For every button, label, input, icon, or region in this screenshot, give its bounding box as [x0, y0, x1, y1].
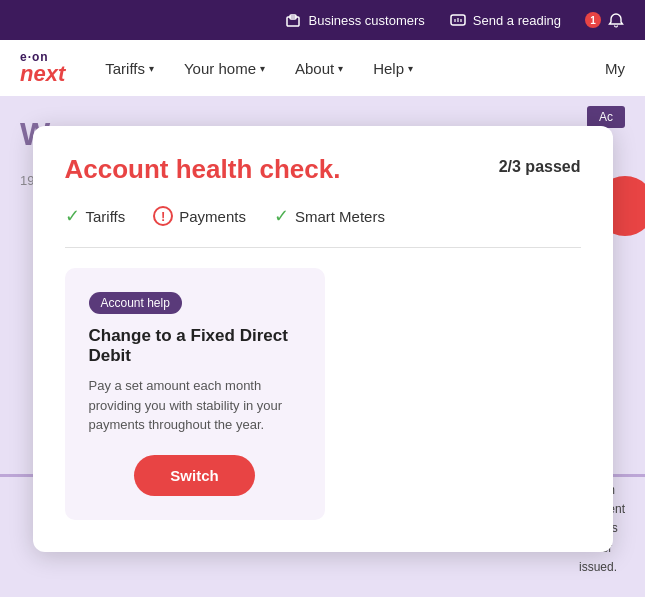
nav-about[interactable]: About ▾ [295, 60, 343, 77]
check-payments-label: Payments [179, 208, 246, 225]
main-header: e·on next Tariffs ▾ Your home ▾ About ▾ … [0, 40, 645, 96]
check-payments: ! Payments [153, 206, 246, 226]
chevron-down-icon: ▾ [149, 63, 154, 74]
switch-button[interactable]: Switch [134, 455, 254, 496]
notification-badge: 1 [585, 12, 601, 28]
send-reading-label: Send a reading [473, 13, 561, 28]
check-pass-icon: ✓ [65, 205, 80, 227]
modal-header: Account health check. 2/3 passed [65, 154, 581, 185]
modal-passed: 2/3 passed [499, 158, 581, 176]
card-title: Change to a Fixed Direct Debit [89, 326, 301, 366]
chevron-down-icon: ▾ [408, 63, 413, 74]
bell-icon [607, 11, 625, 29]
business-customers-label: Business customers [308, 13, 424, 28]
account-health-modal: Account health check. 2/3 passed ✓ Tarif… [33, 126, 613, 552]
chevron-down-icon: ▾ [260, 63, 265, 74]
notification-icon-container[interactable]: 1 [585, 11, 625, 29]
meter-icon [449, 11, 467, 29]
check-smart-meters: ✓ Smart Meters [274, 205, 385, 227]
nav-your-home[interactable]: Your home ▾ [184, 60, 265, 77]
modal-checks: ✓ Tariffs ! Payments ✓ Smart Meters [65, 205, 581, 248]
nav-my-label: My [605, 60, 625, 77]
top-bar: Business customers Send a reading 1 [0, 0, 645, 40]
nav-help[interactable]: Help ▾ [373, 60, 413, 77]
check-tariffs-label: Tariffs [86, 208, 126, 225]
nav-about-label: About [295, 60, 334, 77]
chevron-down-icon: ▾ [338, 63, 343, 74]
check-warn-icon: ! [153, 206, 173, 226]
nav-help-label: Help [373, 60, 404, 77]
send-reading-link[interactable]: Send a reading [449, 11, 561, 29]
nav-my[interactable]: My [605, 60, 625, 77]
logo-next: next [20, 63, 65, 85]
card-badge: Account help [89, 292, 182, 314]
account-help-card: Account help Change to a Fixed Direct De… [65, 268, 325, 520]
modal-title: Account health check. [65, 154, 341, 185]
nav-your-home-label: Your home [184, 60, 256, 77]
nav-tariffs-label: Tariffs [105, 60, 145, 77]
check-pass-icon-2: ✓ [274, 205, 289, 227]
business-icon [284, 11, 302, 29]
card-description: Pay a set amount each month providing yo… [89, 376, 301, 435]
check-tariffs: ✓ Tariffs [65, 205, 126, 227]
modal-overlay: Account health check. 2/3 passed ✓ Tarif… [0, 96, 645, 597]
nav-tariffs[interactable]: Tariffs ▾ [105, 60, 154, 77]
check-smart-meters-label: Smart Meters [295, 208, 385, 225]
logo[interactable]: e·on next [20, 51, 65, 85]
business-customers-link[interactable]: Business customers [284, 11, 424, 29]
